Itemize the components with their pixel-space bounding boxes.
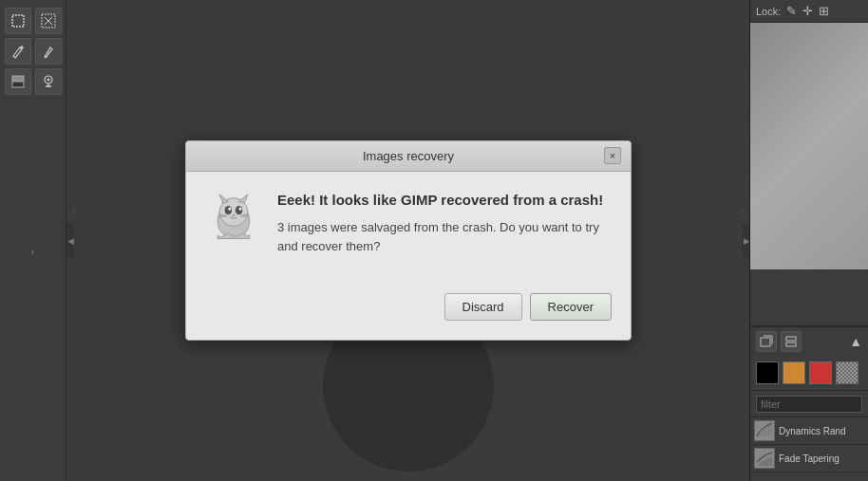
svg-rect-23 [837, 362, 858, 383]
svg-point-30 [228, 208, 231, 211]
modal-content: Eeek! It looks like GIMP recovered from … [277, 191, 612, 275]
svg-marker-26 [219, 194, 228, 203]
color-swatch-red[interactable] [809, 361, 832, 384]
dynamics-name-rand: Dynamics Rand [779, 426, 846, 436]
color-section [750, 356, 868, 391]
filter-section [750, 391, 868, 417]
lock-bar: Lock: ✎ ✛ ⊞ [750, 0, 868, 23]
dynamics-thumb-fade [754, 448, 775, 469]
rect-select-tool[interactable] [5, 8, 31, 34]
svg-point-28 [225, 206, 232, 214]
svg-point-29 [236, 206, 242, 214]
dynamics-item-rand[interactable]: Dynamics Rand [750, 417, 868, 445]
svg-rect-17 [786, 337, 796, 341]
paintbrush-tool[interactable] [35, 38, 62, 65]
layer-preview-area [750, 23, 868, 326]
discard-button[interactable]: Discard [444, 293, 522, 321]
svg-point-32 [232, 214, 236, 217]
modal-title: Images recovery [213, 149, 604, 163]
new-layer-icon[interactable] [756, 331, 777, 352]
modal-buttons: Discard Recover [186, 293, 631, 340]
svg-point-7 [47, 79, 49, 82]
svg-point-31 [239, 208, 242, 211]
modal-body-text: 3 images were salvaged from the crash. D… [277, 218, 612, 255]
left-dots-handle[interactable]: ··· [27, 250, 40, 253]
filter-input[interactable] [756, 396, 862, 413]
color-swatch-pattern[interactable] [836, 361, 859, 384]
svg-rect-0 [12, 15, 24, 27]
right-panel: Lock: ✎ ✛ ⊞ ▲ [749, 0, 868, 481]
dynamics-thumb-rand [754, 420, 775, 441]
modal-close-button[interactable]: × [604, 147, 621, 164]
modal-overlay: Images recovery × [66, 0, 750, 481]
color-swatch-orange[interactable] [783, 361, 805, 384]
dynamics-list: Dynamics Rand Fade Tapering [750, 417, 868, 481]
modal-heading: Eeek! It looks like GIMP recovered from … [277, 191, 612, 210]
lock-label: Lock: [756, 6, 781, 17]
pencil-tool[interactable] [5, 38, 31, 65]
gimp-ghost-icon [207, 193, 260, 246]
ellipse-select-tool[interactable] [35, 8, 62, 34]
recover-button[interactable]: Recover [530, 293, 612, 321]
lock-extra-icon[interactable]: ⊞ [819, 4, 829, 18]
dynamics-name-fade: Fade Tapering [779, 453, 840, 464]
tool-row-3 [5, 68, 62, 95]
modal-icon [205, 191, 262, 248]
heal-tool[interactable] [35, 68, 62, 95]
recovery-modal: Images recovery × [185, 140, 632, 342]
color-tool[interactable] [5, 68, 31, 95]
expand-chevron[interactable]: ▲ [849, 334, 862, 349]
tool-row-1 [5, 8, 62, 34]
modal-body: Eeek! It looks like GIMP recovered from … [186, 172, 631, 294]
right-bottom-toolbar: ▲ [750, 326, 868, 356]
lock-pencil-icon[interactable]: ✎ [786, 4, 797, 18]
left-toolbar: ··· [0, 0, 66, 481]
dynamics-item-fade[interactable]: Fade Tapering [750, 445, 868, 472]
svg-rect-18 [786, 342, 796, 346]
svg-rect-5 [12, 76, 24, 81]
lock-move-icon[interactable]: ✛ [802, 4, 813, 18]
svg-rect-4 [12, 82, 24, 87]
layer-stack-icon[interactable] [781, 331, 802, 352]
layer-preview [750, 23, 868, 269]
tool-row-2 [5, 38, 62, 65]
svg-rect-16 [761, 338, 770, 346]
color-swatch-black[interactable] [756, 361, 779, 384]
svg-marker-27 [239, 194, 248, 203]
modal-titlebar: Images recovery × [186, 141, 631, 172]
